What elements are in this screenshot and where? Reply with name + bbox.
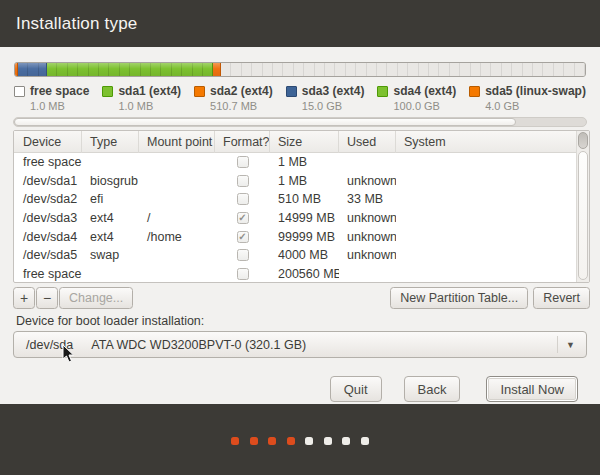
format-checkbox[interactable] (237, 249, 249, 261)
column-header-system[interactable]: System (396, 131, 589, 153)
title-bar: Installation type (0, 0, 600, 47)
legend-item-sda2: sda2 (ext4) 510.7 MB (194, 84, 273, 112)
progress-dot-4 (287, 437, 295, 445)
sda1-swatch (102, 86, 113, 97)
table-row-free-space-2[interactable]: free space 200560 MB (14, 265, 589, 283)
column-header-device[interactable]: Device (14, 131, 82, 153)
progress-dot-3 (268, 437, 276, 445)
legend-item-sda4: sda4 (ext4) 100.0 GB (377, 84, 456, 112)
legend-size: 1.0 MB (118, 100, 181, 112)
progress-dots (0, 437, 600, 445)
horizontal-scrollbar[interactable] (13, 117, 587, 127)
format-checkbox[interactable] (237, 193, 249, 205)
table-row-sda3[interactable]: /dev/sda3ext4/ ✓ 14999 MBunknown (14, 209, 589, 228)
disk-segment-sda5 (213, 63, 221, 76)
column-header-size[interactable]: Size (270, 131, 339, 153)
column-header-format[interactable]: Format? (215, 131, 270, 153)
quit-button[interactable]: Quit (330, 376, 382, 402)
disk-usage-bar (14, 62, 586, 77)
sda3-swatch (286, 86, 297, 97)
format-checkbox[interactable] (237, 156, 249, 168)
progress-dot-1 (231, 437, 239, 445)
progress-dot-7 (342, 437, 350, 445)
change-partition-button[interactable]: Change... (59, 287, 133, 309)
format-checkbox[interactable]: ✓ (237, 212, 249, 224)
legend-size: 510.7 MB (210, 100, 273, 112)
vertical-scrollbar-thumb[interactable] (578, 132, 588, 149)
vertical-scrollbar-track[interactable] (578, 151, 588, 280)
install-now-button[interactable]: Install Now (486, 376, 578, 402)
disk-segment-free (221, 63, 585, 76)
table-header: Device Type Mount point Format? Size Use… (14, 131, 589, 153)
legend-item-sda1: sda1 (ext4) 1.0 MB (102, 84, 181, 112)
sda5-swatch (469, 86, 480, 97)
table-row-sda2[interactable]: /dev/sda2efi 510 MB33 MB (14, 190, 589, 209)
progress-dot-6 (324, 437, 332, 445)
legend-size: 100.0 GB (393, 100, 456, 112)
progress-dot-5 (305, 437, 313, 445)
table-row-sda5[interactable]: /dev/sda5swap 4000 MBunknown (14, 246, 589, 265)
vertical-scrollbar[interactable] (576, 131, 589, 282)
sda4-swatch (377, 86, 388, 97)
partition-table: Device Type Mount point Format? Size Use… (13, 130, 590, 283)
legend-item-sda3: sda3 (ext4) 15.0 GB (286, 84, 365, 112)
back-button[interactable]: Back (404, 376, 461, 402)
column-header-mount-point[interactable]: Mount point (139, 131, 215, 153)
partition-actions: + − Change... New Partition Table... Rev… (13, 287, 590, 309)
navigation-buttons: Quit Back Install Now (330, 376, 578, 402)
horizontal-scrollbar-thumb[interactable] (14, 118, 516, 126)
chevron-down-icon: ▼ (566, 340, 575, 350)
new-partition-table-button[interactable]: New Partition Table... (390, 287, 528, 309)
free-space-swatch (14, 86, 25, 97)
revert-button[interactable]: Revert (533, 287, 590, 309)
selected-device: /dev/sda (26, 338, 73, 352)
legend-item-free-space: free space 1.0 MB (14, 84, 89, 112)
progress-dot-8 (361, 437, 369, 445)
legend-size: 4.0 GB (485, 100, 586, 112)
partition-legend: free space 1.0 MB sda1 (ext4) 1.0 MB sda… (14, 84, 586, 112)
legend-size: 15.0 GB (302, 100, 365, 112)
page-title: Installation type (16, 14, 138, 34)
column-header-type[interactable]: Type (82, 131, 139, 153)
disk-segment-sda4 (47, 63, 212, 76)
selected-device-description: ATA WDC WD3200BPVT-0 (320.1 GB) (91, 338, 306, 352)
table-body: free space 1 MB /dev/sda1biosgrub 1 MBun… (14, 153, 589, 283)
table-row-sda4[interactable]: /dev/sda4ext4/home ✓ 99999 MBunknown (14, 227, 589, 246)
table-row-free-space-1[interactable]: free space 1 MB (14, 153, 589, 172)
table-row-sda1[interactable]: /dev/sda1biosgrub 1 MBunknown (14, 172, 589, 191)
bootloader-label: Device for boot loader installation: (16, 314, 204, 328)
add-partition-button[interactable]: + (13, 287, 35, 309)
format-checkbox[interactable]: ✓ (237, 231, 249, 243)
sda2-swatch (194, 86, 205, 97)
legend-size: 1.0 MB (30, 100, 89, 112)
remove-partition-button[interactable]: − (36, 287, 58, 309)
format-checkbox[interactable] (237, 175, 249, 187)
footer-bar (0, 404, 600, 475)
bootloader-device-select[interactable]: /dev/sda ATA WDC WD3200BPVT-0 (320.1 GB)… (13, 331, 587, 358)
column-header-used[interactable]: Used (339, 131, 396, 153)
format-checkbox[interactable] (237, 268, 249, 280)
progress-dot-2 (250, 437, 258, 445)
legend-item-sda5: sda5 (linux-swap) 4.0 GB (469, 84, 586, 112)
combobox-divider (557, 336, 558, 353)
disk-segment-sda3 (18, 63, 48, 76)
